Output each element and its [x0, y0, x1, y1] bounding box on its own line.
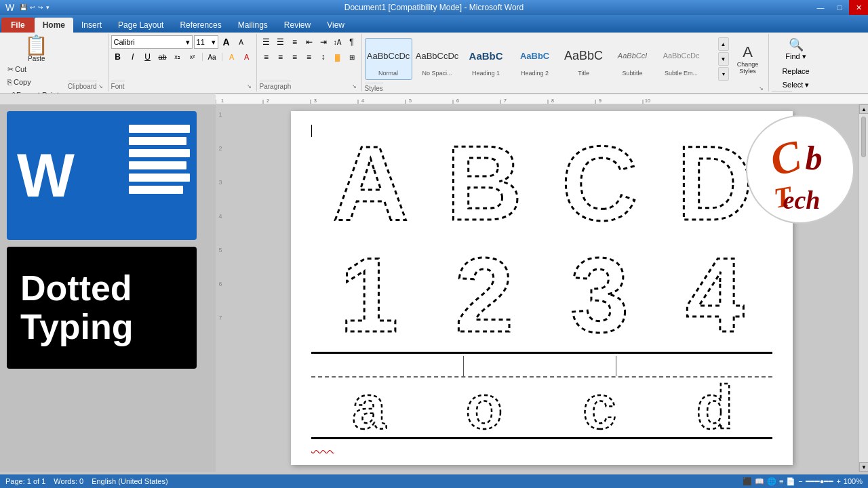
paste-button[interactable]: 📋 Paste	[22, 35, 52, 63]
page-info: Page: 1 of 1	[5, 477, 45, 485]
tab-mailings[interactable]: Mailings	[230, 18, 276, 33]
page-marker-2: 2	[218, 145, 222, 152]
select-button[interactable]: Select ▾	[780, 79, 812, 91]
increase-indent-button[interactable]: ⇥	[317, 35, 330, 49]
svg-text:C: C	[561, 125, 637, 230]
replace-button[interactable]: Replace	[779, 66, 812, 77]
paste-icon: 📋	[24, 36, 48, 55]
find-button[interactable]: 🔍 Find ▾	[781, 35, 810, 63]
align-center-button[interactable]: ≡	[274, 50, 288, 64]
style-normal-preview: AaBbCcDc	[367, 41, 410, 70]
style-no-spacing[interactable]: AaBbCcDc No Spaci...	[414, 38, 461, 80]
font-shrink-button[interactable]: A	[235, 35, 248, 49]
quick-undo-icon[interactable]: ↩	[30, 4, 35, 11]
sort-button[interactable]: ↕A	[331, 35, 344, 49]
justify-button[interactable]: ≡	[302, 50, 316, 64]
tab-file[interactable]: File	[1, 18, 35, 33]
zoom-slider[interactable]: ━━━●━━	[806, 477, 834, 486]
numbering-button[interactable]: ☰	[274, 35, 288, 49]
strikethrough-button[interactable]: ab	[156, 50, 170, 64]
tab-review[interactable]: Review	[276, 18, 319, 33]
paste-label: Paste	[28, 55, 45, 62]
tab-home[interactable]: Home	[35, 18, 73, 33]
subscript-button[interactable]: x₂	[171, 50, 184, 64]
line-spacing-button[interactable]: ↕	[317, 50, 330, 64]
quick-save-icon[interactable]: 💾	[20, 4, 27, 11]
borders-button[interactable]: ⊞	[345, 50, 359, 64]
view-print-layout[interactable]: ⬛	[743, 477, 752, 486]
copy-button[interactable]: ⎘ Copy	[5, 76, 68, 88]
word-logo-letter: W	[17, 141, 75, 211]
change-styles-button[interactable]: A Change Styles	[730, 35, 766, 83]
align-right-button[interactable]: ≡	[288, 50, 302, 64]
superscript-button[interactable]: x²	[186, 50, 199, 64]
tab-insert[interactable]: Insert	[73, 18, 110, 33]
page-marker-4: 4	[218, 213, 222, 220]
font-color-button[interactable]: A	[240, 50, 254, 64]
zoom-in[interactable]: +	[836, 477, 840, 485]
bold-button[interactable]: B	[111, 50, 125, 64]
multilevel-button[interactable]: ≡	[288, 35, 302, 49]
style-heading1[interactable]: AaBbC Heading 1	[462, 38, 510, 80]
clipboard-group-label: Clipboard	[68, 81, 97, 90]
page-marker-3: 3	[218, 179, 222, 186]
letters-row-1: A B C D	[311, 125, 772, 230]
style-no-spacing-preview: AaBbCcDc	[416, 41, 459, 70]
shading-button[interactable]: ▓	[331, 50, 344, 64]
document-area[interactable]: A B C D 1 2	[291, 111, 793, 465]
maximize-button[interactable]: □	[830, 0, 849, 15]
style-heading2[interactable]: AaBbC Heading 2	[511, 38, 559, 80]
svg-text:10: 10	[645, 98, 650, 103]
decrease-indent-button[interactable]: ⇤	[302, 35, 316, 49]
word-logo: W	[7, 111, 197, 240]
minimize-button[interactable]: —	[811, 0, 830, 15]
svg-text:7: 7	[504, 98, 507, 103]
show-formatting-button[interactable]: ¶	[345, 35, 359, 49]
styles-scroll-down-button[interactable]: ▼	[718, 52, 729, 66]
svg-text:8: 8	[551, 98, 554, 103]
paragraph-expand-button[interactable]: ↘	[351, 82, 359, 90]
font-size-dropdown[interactable]: 11▾	[194, 35, 218, 49]
cut-button[interactable]: ✂ Cut	[5, 63, 68, 75]
svg-text:b: b	[806, 139, 823, 177]
bullets-button[interactable]: ☰	[260, 35, 273, 49]
view-draft[interactable]: 📄	[786, 477, 795, 486]
status-bar: Page: 1 of 1 Words: 0 English (United St…	[0, 474, 868, 488]
font-expand-button[interactable]: ↘	[245, 82, 254, 90]
paragraph-group-label: Paragraph	[260, 81, 292, 90]
view-web[interactable]: 🌐	[767, 477, 776, 486]
style-normal[interactable]: AaBbCcDc Normal	[365, 38, 412, 80]
styles-scroll-up-button[interactable]: ▲	[718, 37, 729, 51]
highlight-button[interactable]: A	[225, 50, 239, 64]
style-title[interactable]: AaBbC Title	[560, 38, 608, 80]
style-subtitle[interactable]: AaBbCcI Subtitle	[609, 38, 656, 80]
style-no-spacing-label: No Spaci...	[422, 70, 452, 77]
tab-page-layout[interactable]: Page Layout	[110, 18, 172, 33]
top-solid-line	[311, 352, 772, 354]
close-button[interactable]: ✕	[849, 0, 868, 15]
style-subtle-em[interactable]: AaBbCcDc Subtle Em...	[658, 38, 705, 80]
styles-expand-button[interactable]: ▾	[718, 67, 729, 81]
quick-dropdown-icon[interactable]: ▾	[46, 4, 50, 11]
tab-references[interactable]: References	[172, 18, 229, 33]
scroll-up-arrow[interactable]: ▲	[859, 104, 868, 114]
italic-button[interactable]: I	[126, 50, 140, 64]
view-outline[interactable]: ≡	[779, 477, 783, 485]
change-case-button[interactable]: Aa	[205, 50, 219, 64]
zoom-out[interactable]: −	[798, 477, 802, 485]
align-left-button[interactable]: ≡	[260, 50, 273, 64]
scroll-thumb[interactable]	[861, 117, 866, 157]
quick-redo-icon[interactable]: ↪	[38, 4, 43, 11]
styles-expand-dialog-button[interactable]: ↘	[757, 84, 766, 92]
svg-text:c: c	[583, 374, 616, 435]
underline-button[interactable]: U	[141, 50, 155, 64]
page-marker-5: 5	[218, 247, 222, 253]
tab-view[interactable]: View	[319, 18, 353, 33]
view-full-reading[interactable]: 📖	[755, 477, 764, 486]
clipboard-expand-button[interactable]: ↘	[97, 82, 105, 90]
page-marker-1: 1	[218, 111, 222, 118]
font-grow-button[interactable]: A	[220, 35, 233, 49]
scroll-down-arrow[interactable]: ▼	[859, 462, 868, 472]
font-name-dropdown[interactable]: Calibri▾	[111, 35, 193, 49]
style-title-preview: AaBbC	[562, 41, 606, 70]
